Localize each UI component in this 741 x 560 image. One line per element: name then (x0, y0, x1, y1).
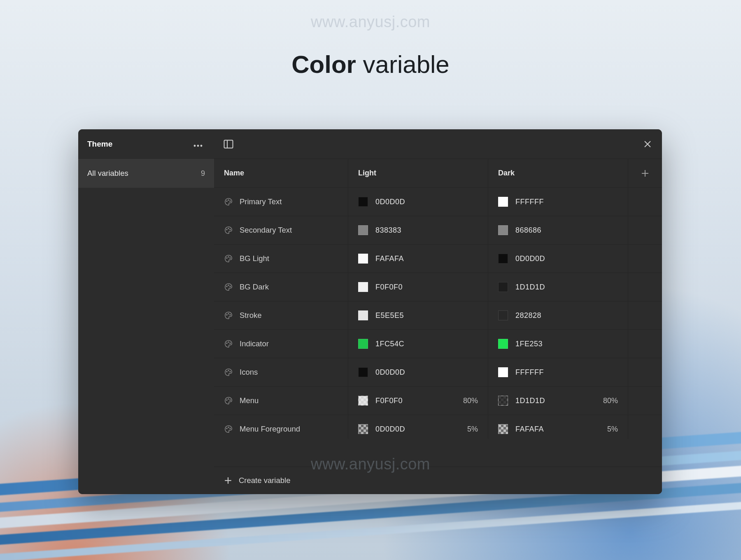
variable-name: Menu Foreground (240, 425, 300, 434)
cell-dark[interactable]: 868686 (488, 216, 628, 244)
cell-light[interactable]: 0D0D0D (348, 358, 488, 386)
plus-icon (224, 476, 232, 485)
hex-value: FAFAFA (515, 425, 544, 434)
color-swatch (358, 282, 368, 292)
svg-point-27 (226, 371, 227, 372)
cell-dark[interactable]: 1D1D1D80% (488, 387, 628, 415)
cell-trailing (628, 216, 662, 244)
svg-point-19 (228, 285, 229, 286)
palette-icon (224, 396, 233, 405)
cell-dark[interactable]: 1D1D1D (488, 273, 628, 301)
cell-dark[interactable]: FAFAFA5% (488, 415, 628, 439)
sidebar-item-all-variables[interactable]: All variables 9 (78, 159, 214, 188)
close-button[interactable] (642, 139, 653, 149)
add-mode-button[interactable] (628, 159, 662, 187)
hex-value: 868686 (515, 226, 541, 235)
color-swatch (358, 254, 368, 264)
cell-name[interactable]: Menu (214, 387, 348, 415)
main-area: Name Light Dark Primary Text0D0D0DFFFFFF… (214, 129, 662, 494)
sidebar-header: Theme (78, 129, 214, 159)
cell-trailing (628, 330, 662, 358)
cell-name[interactable]: Indicator (214, 330, 348, 358)
table-row: Secondary Text838383868686 (214, 216, 662, 245)
sidebar: Theme All variables 9 (78, 129, 214, 494)
palette-icon (224, 339, 233, 348)
svg-point-29 (230, 371, 231, 372)
cell-light[interactable]: F0F0F080% (348, 387, 488, 415)
svg-point-2 (200, 145, 203, 147)
cell-dark[interactable]: 0D0D0D (488, 245, 628, 273)
variable-name: BG Light (240, 254, 269, 263)
svg-point-16 (228, 257, 229, 257)
palette-icon (224, 282, 233, 292)
cell-dark[interactable]: FFFFFF (488, 358, 628, 386)
variable-name: Stroke (240, 311, 261, 320)
svg-point-33 (226, 428, 227, 429)
palette-icon (224, 425, 233, 434)
cell-light[interactable]: E5E5E5 (348, 301, 488, 329)
cell-light[interactable]: F0F0F0 (348, 273, 488, 301)
cell-dark[interactable]: 282828 (488, 301, 628, 329)
cell-dark[interactable]: 1FE253 (488, 330, 628, 358)
hex-value: 282828 (515, 311, 541, 320)
svg-point-25 (228, 342, 229, 343)
svg-point-10 (228, 200, 229, 201)
more-options-button[interactable] (191, 137, 205, 152)
svg-point-1 (197, 145, 199, 147)
cell-name[interactable]: Secondary Text (214, 216, 348, 244)
svg-point-34 (228, 427, 229, 428)
svg-point-0 (194, 145, 196, 147)
color-swatch (498, 367, 508, 377)
cell-name[interactable]: Primary Text (214, 188, 348, 216)
sidebar-item-count: 9 (201, 169, 205, 178)
svg-point-18 (226, 286, 227, 287)
plus-icon (641, 169, 649, 177)
table-row: Indicator1FC54C1FE253 (214, 330, 662, 358)
svg-point-20 (230, 286, 231, 287)
cell-light[interactable]: 838383 (348, 216, 488, 244)
table-row: BG LightFAFAFA0D0D0D (214, 245, 662, 273)
collection-name[interactable]: Theme (87, 140, 112, 149)
color-swatch (498, 254, 508, 264)
svg-point-14 (230, 229, 231, 230)
hex-value: 1FE253 (515, 340, 543, 348)
hex-value: F0F0F0 (375, 283, 403, 292)
color-swatch (358, 367, 368, 377)
table-row: StrokeE5E5E5282828 (214, 301, 662, 330)
toggle-sidebar-button[interactable] (223, 139, 234, 149)
color-swatch (498, 396, 508, 406)
cell-name[interactable]: Icons (214, 358, 348, 386)
hex-value: FFFFFF (515, 368, 544, 377)
rows-container: Primary Text0D0D0DFFFFFFSecondary Text83… (214, 188, 662, 439)
cell-light[interactable]: 0D0D0D5% (348, 415, 488, 439)
column-light[interactable]: Light (348, 159, 488, 187)
opacity-value: 80% (603, 397, 618, 405)
cell-name[interactable]: BG Dark (214, 273, 348, 301)
cell-light[interactable]: FAFAFA (348, 245, 488, 273)
color-swatch (358, 225, 368, 235)
table-row: Icons0D0D0DFFFFFF (214, 358, 662, 387)
cell-light[interactable]: 0D0D0D (348, 188, 488, 216)
cell-name[interactable]: Menu Foreground (214, 415, 348, 439)
cell-light[interactable]: 1FC54C (348, 330, 488, 358)
svg-point-17 (230, 258, 231, 259)
opacity-value: 5% (607, 425, 618, 434)
svg-point-24 (226, 343, 227, 344)
cell-name[interactable]: Stroke (214, 301, 348, 329)
variable-name: Secondary Text (240, 226, 292, 235)
create-variable-button[interactable]: Create variable (214, 467, 662, 494)
svg-point-12 (226, 229, 227, 230)
svg-point-31 (228, 399, 229, 399)
title-bold: Color (291, 51, 356, 78)
palette-icon (224, 226, 233, 235)
sidebar-item-label: All variables (87, 169, 128, 178)
column-dark[interactable]: Dark (488, 159, 628, 187)
cell-dark[interactable]: FFFFFF (488, 188, 628, 216)
svg-point-22 (228, 313, 229, 314)
hex-value: F0F0F0 (375, 397, 403, 405)
hex-value: 1FC54C (375, 340, 404, 348)
variable-name: Primary Text (240, 197, 282, 206)
hex-value: 1D1D1D (515, 283, 545, 292)
cell-name[interactable]: BG Light (214, 245, 348, 273)
table-row: Menu Foreground0D0D0D5%FAFAFA5% (214, 415, 662, 439)
